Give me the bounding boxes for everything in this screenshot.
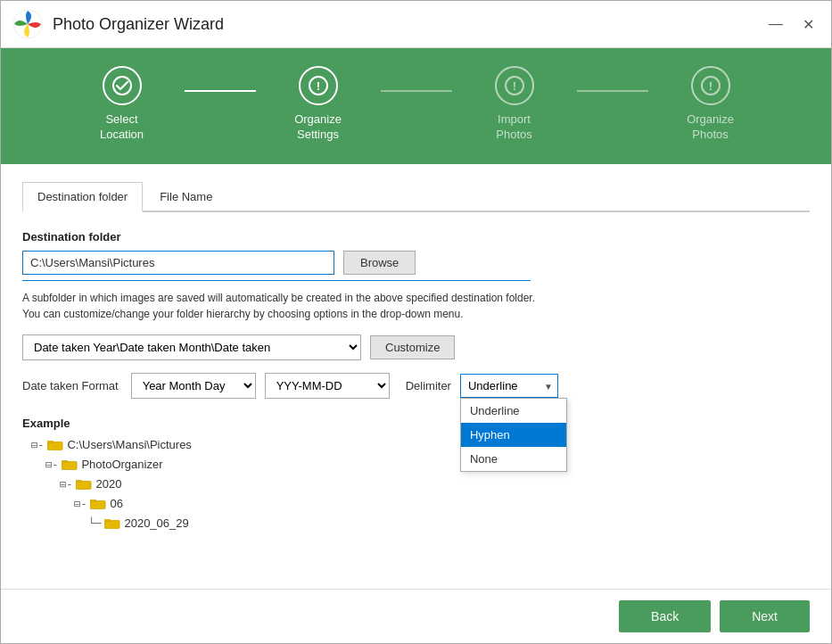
folder-icon-4 xyxy=(104,517,120,530)
svg-rect-9 xyxy=(62,462,77,470)
step-organize-photos: ! OrganizePhotos xyxy=(648,66,773,143)
tree-text-4: 2020_06_29 xyxy=(124,514,188,533)
next-button[interactable]: Next xyxy=(720,600,810,632)
tree-row-3: ⊟- 06 xyxy=(31,494,810,514)
format-row: Date taken Format Year Month Day Month D… xyxy=(22,373,810,399)
step-4-label: OrganizePhotos xyxy=(687,112,734,143)
svg-rect-11 xyxy=(90,501,105,509)
hierarchy-select[interactable]: Date taken Year\Date taken Month\Date ta… xyxy=(22,334,361,360)
tree-text-1: PhotoOrganizer xyxy=(81,455,162,475)
delimiter-dropdown: Underline Hyphen None xyxy=(460,398,567,472)
delimiter-label: Delimiter xyxy=(406,379,451,392)
exclaim-icon-4: ! xyxy=(701,76,721,95)
delimiter-option-underline[interactable]: Underline xyxy=(461,399,566,423)
hierarchy-row: Date taken Year\Date taken Month\Date ta… xyxy=(22,334,810,360)
svg-text:!: ! xyxy=(512,79,515,93)
tab-file-name[interactable]: File Name xyxy=(144,182,227,211)
delimiter-display[interactable]: Underline xyxy=(460,374,558,398)
tree-row-4: └─ 2020_06_29 xyxy=(31,514,810,533)
svg-rect-8 xyxy=(47,442,62,450)
tree-text-0: C:\Users\Mansi\Pictures xyxy=(67,435,191,455)
step-select-location: SelectLocation xyxy=(60,66,185,143)
delimiter-option-none[interactable]: None xyxy=(461,447,566,471)
folder-icon-3 xyxy=(90,498,106,510)
folder-tree: ⊟- C:\Users\Mansi\Pictures ⊟- Photo xyxy=(22,435,810,533)
window-controls: — ✕ xyxy=(763,12,820,37)
svg-text:!: ! xyxy=(708,79,712,93)
date-pattern-select[interactable]: YYY-MM-DD YYYY-MM-DD MM-DD-YYYY xyxy=(265,373,390,399)
back-button[interactable]: Back xyxy=(619,600,711,632)
close-button[interactable]: ✕ xyxy=(795,12,820,37)
svg-rect-12 xyxy=(104,521,119,529)
exclaim-icon-3: ! xyxy=(505,76,524,95)
example-section: Example ⊟- C:\Users\Mansi\Pictures ⊟- xyxy=(22,417,810,533)
divider xyxy=(22,280,531,281)
svg-text:!: ! xyxy=(316,79,319,93)
step-1-label: SelectLocation xyxy=(100,112,144,143)
title-bar: Photo Organizer Wizard — ✕ xyxy=(1,1,831,48)
wizard-header: SelectLocation ! OrganizeSettings xyxy=(1,48,831,164)
customize-button[interactable]: Customize xyxy=(370,335,455,359)
date-format-select[interactable]: Year Month Day Month Day Year Day Month … xyxy=(131,373,256,399)
folder-icon-2 xyxy=(76,478,92,491)
tab-destination-folder[interactable]: Destination folder xyxy=(22,182,143,212)
wizard-steps: SelectLocation ! OrganizeSettings xyxy=(60,66,773,143)
tree-text-2: 2020 xyxy=(95,475,121,494)
step-3-circle: ! xyxy=(495,66,534,105)
tree-row-0: ⊟- C:\Users\Mansi\Pictures xyxy=(31,435,810,455)
folder-path-input[interactable] xyxy=(22,251,334,275)
minimize-button[interactable]: — xyxy=(763,12,788,37)
folder-icon-1 xyxy=(62,458,78,471)
example-label: Example xyxy=(22,417,810,430)
step-1-circle xyxy=(103,66,142,105)
delimiter-wrapper: Underline ▼ Underline Hyphen None xyxy=(460,374,558,398)
step-organize-settings: ! OrganizeSettings xyxy=(256,66,381,143)
step-2-label: OrganizeSettings xyxy=(294,112,342,143)
checkmark-icon xyxy=(112,76,132,95)
tab-bar: Destination folder File Name xyxy=(22,182,810,212)
exclaim-icon-active: ! xyxy=(309,76,328,95)
step-2-circle: ! xyxy=(299,66,338,105)
window-title: Photo Organizer Wizard xyxy=(53,15,763,34)
delimiter-option-hyphen[interactable]: Hyphen xyxy=(461,423,566,447)
wizard-footer: Back Next xyxy=(1,589,831,643)
tree-row-2: ⊟- 2020 xyxy=(31,475,810,494)
svg-rect-10 xyxy=(76,482,91,490)
date-format-label: Date taken Format xyxy=(22,379,119,392)
destination-folder-label: Destination folder xyxy=(22,230,810,244)
wizard-window: Photo Organizer Wizard — ✕ SelectLocatio… xyxy=(0,0,832,644)
app-logo xyxy=(12,8,44,40)
tree-text-3: 06 xyxy=(110,494,122,514)
step-4-circle: ! xyxy=(691,66,730,105)
connector-2 xyxy=(381,90,452,92)
step-import-photos: ! ImportPhotos xyxy=(452,66,577,143)
folder-row: Browse xyxy=(22,251,810,275)
connector-3 xyxy=(577,90,648,92)
step-3-label: ImportPhotos xyxy=(496,112,531,143)
tree-row-1: ⊟- PhotoOrganizer xyxy=(31,455,810,475)
browse-button[interactable]: Browse xyxy=(343,251,416,275)
folder-icon-0 xyxy=(47,439,63,451)
info-text: A subfolder in which images are saved wi… xyxy=(22,290,810,322)
connector-1 xyxy=(185,90,256,92)
wizard-content: Destination folder File Name Destination… xyxy=(1,164,831,589)
